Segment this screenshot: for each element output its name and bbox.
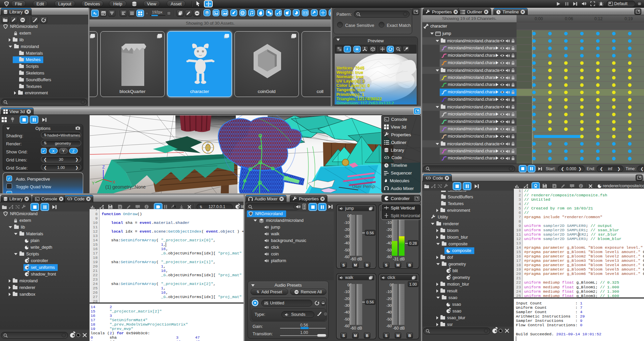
svg-text:i: i	[146, 205, 147, 209]
svg-text:X: X	[113, 180, 115, 185]
svg-text:Y: Y	[92, 181, 95, 186]
svg-text:(1) geometry::None: (1) geometry::None	[105, 184, 146, 190]
svg-text:User Persp.: User Persp.	[352, 184, 376, 189]
svg-text:i: i	[580, 184, 581, 188]
svg-text:Z: Z	[102, 165, 105, 169]
